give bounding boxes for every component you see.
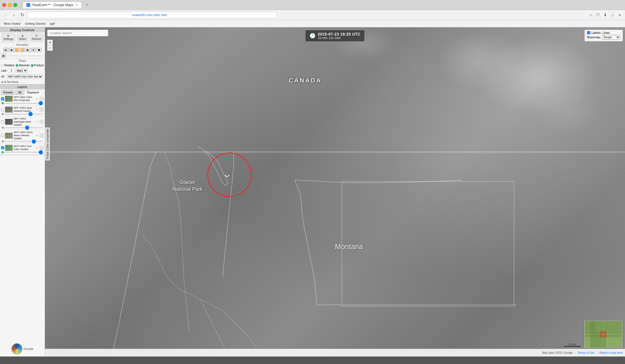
share-button[interactable]: ⊕ Share xyxy=(17,34,28,41)
absolute-radio[interactable]: Absolute xyxy=(16,64,30,67)
layer4-thumb xyxy=(5,133,13,139)
times-title: Times xyxy=(0,59,45,63)
bookmark-star-icon[interactable]: ☆ xyxy=(588,12,594,18)
layer1-close-button[interactable]: × xyxy=(35,97,39,101)
zoom-out-button[interactable]: − xyxy=(47,45,53,51)
absolute-label: Absolute xyxy=(19,64,30,67)
animation-controls: ⏮ ◀ ⏪ ⏩ ▶ ⏸ ⏹ xyxy=(0,47,45,53)
layer2-close-button[interactable]: × xyxy=(35,108,39,112)
active-tab[interactable]: RealEarth™ - Google Maps × xyxy=(23,2,82,8)
labels-checkbox[interactable] xyxy=(587,31,590,34)
mini-map-svg xyxy=(584,321,622,348)
bookmark-label: pgif xyxy=(50,22,55,25)
url-text: realearth.ssec.wisc.edu xyxy=(30,12,269,18)
zoom-in-button[interactable]: + xyxy=(47,40,53,45)
close-window-button[interactable] xyxy=(2,3,6,7)
refresh-button[interactable]: ↻ xyxy=(19,12,26,18)
footer-separator: · xyxy=(575,351,576,354)
layer-item-near-infrared: NPP VIIRS Near Infrared Swaths × i xyxy=(0,106,45,117)
layer3-info-button[interactable]: i xyxy=(40,120,44,124)
of-row: Of: NPP VIIRS True Color Swath xyxy=(0,73,45,80)
relative-radio-circle xyxy=(1,64,4,67)
set-times-button[interactable]: ⊕ ⊕ Set times xyxy=(0,80,45,84)
refresh-button[interactable]: ↻ Refresh xyxy=(30,34,43,41)
basemap-row: Basemap: Terrain Satellite Roadmap xyxy=(587,35,620,39)
url-bar[interactable]: realearth.ssec.wisc.edu xyxy=(27,12,277,18)
forward-button[interactable]: › xyxy=(11,12,17,18)
layer3-close-button[interactable]: × xyxy=(35,120,39,124)
layer4-close-button[interactable]: × xyxy=(35,134,39,138)
layer3-opacity-slider[interactable] xyxy=(4,127,43,128)
main-content: Display Controls ⚙ Settings ⊕ Share ↻ Re… xyxy=(0,27,625,357)
layer2-checkbox[interactable] xyxy=(1,108,4,111)
anim-prev-button[interactable]: ◀ xyxy=(9,48,14,52)
anim-next-button[interactable]: ▶ xyxy=(26,48,31,52)
basemap-select[interactable]: Terrain Satellite Roadmap xyxy=(602,35,620,39)
lines-label: Lines xyxy=(603,31,610,34)
maximize-window-button[interactable] xyxy=(13,3,17,7)
layer1-info-button[interactable]: i xyxy=(40,97,44,101)
tab-close-button[interactable]: × xyxy=(75,3,78,7)
terms-link[interactable]: Terms of Use xyxy=(578,351,594,354)
layer2-opacity-slider[interactable] xyxy=(4,114,43,115)
days-select[interactable]: days xyxy=(16,68,28,73)
location-search-input[interactable] xyxy=(47,30,108,36)
anim-pause-button[interactable]: ⏸ xyxy=(31,48,36,52)
last-value-input[interactable] xyxy=(8,68,15,73)
layer2-slider-row xyxy=(1,113,44,115)
cloud-layer xyxy=(45,27,625,357)
set-times-label: ⊕ Set times xyxy=(4,80,18,84)
layer-item-false-color: NPP False Color PM Composite × i xyxy=(0,95,45,106)
product-radio[interactable]: Product xyxy=(31,64,44,67)
bookmark-label: Most Visited xyxy=(4,22,21,25)
layer3-checkbox[interactable] xyxy=(1,120,4,123)
map-area[interactable]: + − 🕐 2015-07-23 19:25 UTC 48.49N 109.38… xyxy=(45,27,625,357)
new-tab-button[interactable]: + xyxy=(84,2,90,8)
bookmark-getting-started[interactable]: Getting Started xyxy=(23,21,47,26)
absolute-radio-circle xyxy=(16,64,18,67)
menu-icon[interactable]: ≡ xyxy=(617,12,623,18)
layer-item-day-night: NPP VIIRS Day/Night Band Swaths × i xyxy=(0,117,45,130)
layer3-slider-row xyxy=(1,126,44,129)
relative-radio[interactable]: Relative xyxy=(1,64,14,67)
tab-displayed[interactable]: Displayed xyxy=(24,90,42,95)
layer1-checkbox[interactable] xyxy=(1,97,4,100)
tab-all[interactable]: All xyxy=(16,90,24,95)
layer5-slider-row xyxy=(1,151,44,154)
shield-icon[interactable]: 🛡 xyxy=(595,12,601,18)
zoom-controls: + − xyxy=(47,40,53,51)
layer4-checkbox[interactable] xyxy=(1,134,4,137)
layer5-info-button[interactable]: i xyxy=(40,146,44,150)
layer5-opacity-slider[interactable] xyxy=(4,152,43,153)
report-link[interactable]: Report a map error xyxy=(599,351,623,354)
layer-header: NPP VIIRS Day/Night Band Swaths × i xyxy=(1,117,44,126)
tabs-bar: RealEarth™ - Google Maps × + xyxy=(21,1,623,9)
product-select[interactable]: NPP VIIRS True Color Swath xyxy=(7,74,43,79)
anim-stop-button[interactable]: ⏹ xyxy=(37,48,42,52)
anim-forward-button[interactable]: ⏩ xyxy=(20,48,25,52)
map-timestamp: 🕐 2015-07-23 19:25 UTC 48.49N 109.38W xyxy=(306,30,364,41)
layer5-checkbox[interactable] xyxy=(1,146,4,149)
animation-timeline xyxy=(7,56,44,56)
anim-play-button[interactable]: ▶ xyxy=(1,54,6,58)
anim-start-button[interactable]: ⏮ xyxy=(3,48,8,52)
anim-rewind-button[interactable]: ⏪ xyxy=(14,48,19,52)
download-icon[interactable]: ⬇ xyxy=(602,12,608,18)
layers-tabs: Presets All Displayed xyxy=(0,89,45,95)
layer4-slider-row xyxy=(1,140,44,143)
layer4-info-button[interactable]: i xyxy=(40,134,44,138)
bookmark-most-visited[interactable]: Most Visited xyxy=(2,21,22,26)
tab-presets[interactable]: Presets xyxy=(1,90,15,95)
ssec-logo xyxy=(11,343,22,354)
bookmark-pgif[interactable]: pgif xyxy=(48,21,57,26)
minimize-window-button[interactable] xyxy=(8,3,12,7)
layer4-opacity-slider[interactable] xyxy=(4,141,43,142)
layer5-close-button[interactable]: × xyxy=(35,146,39,150)
back-button[interactable]: ‹ xyxy=(2,12,9,18)
home-icon[interactable]: ⌂ xyxy=(609,12,616,18)
animation-title: Animation xyxy=(0,43,45,47)
layer2-info-button[interactable]: i xyxy=(40,108,44,112)
settings-button[interactable]: ⚙ Settings xyxy=(1,34,15,41)
scale-indicator: 10 km xyxy=(564,343,581,347)
layer1-opacity-slider[interactable] xyxy=(4,103,43,104)
